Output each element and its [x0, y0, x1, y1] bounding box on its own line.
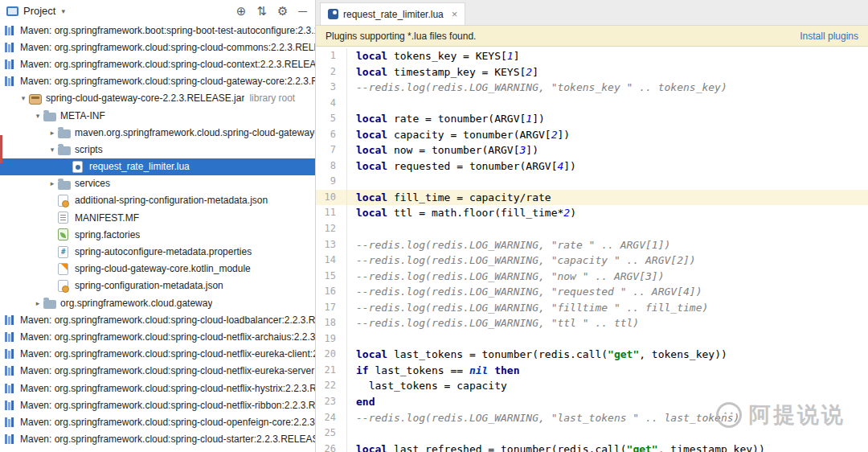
tree-item[interactable]: Maven: org.springframework.cloud:spring-…: [0, 311, 315, 328]
tree-item[interactable]: request_rate_limiter.lua: [0, 158, 315, 175]
chevron-right-icon[interactable]: ▸: [47, 129, 58, 137]
project-panel-header: Project ▾ ⊕⇅⚙─: [0, 0, 315, 22]
line-number[interactable]: 10: [316, 190, 347, 206]
hide-icon[interactable]: ─: [298, 5, 307, 17]
tree-item[interactable]: Maven: org.springframework.cloud:spring-…: [0, 73, 315, 90]
code-line[interactable]: 25: [316, 425, 868, 442]
locate-icon[interactable]: ⊕: [236, 5, 247, 17]
tree-item[interactable]: spring-cloud-gateway-core.kotlin_module: [0, 261, 315, 277]
line-number[interactable]: 22: [316, 378, 347, 394]
tree-item[interactable]: Maven: org.springframework.cloud:spring-…: [0, 431, 315, 448]
line-number[interactable]: 3: [316, 80, 347, 96]
tree-item[interactable]: Maven: org.springframework.cloud:spring-…: [0, 39, 315, 55]
line-text: [347, 174, 356, 190]
code-line[interactable]: 4: [316, 96, 868, 112]
line-number[interactable]: 6: [316, 127, 347, 143]
line-number[interactable]: 13: [316, 237, 347, 253]
code-line[interactable]: 5local rate = tonumber(ARGV[1]): [316, 111, 868, 127]
code-line[interactable]: 14--redis.log(redis.LOG_WARNING, "capaci…: [316, 253, 868, 269]
code-line[interactable]: 1local tokens_key = KEYS[1]: [316, 48, 868, 64]
line-number[interactable]: 18: [316, 315, 347, 331]
line-number[interactable]: 21: [316, 363, 347, 379]
line-number[interactable]: 12: [316, 221, 347, 237]
code-line[interactable]: 17--redis.log(redis.LOG_WARNING, "fillti…: [316, 300, 868, 316]
code-line[interactable]: 8local requested = tonumber(ARGV[4]): [316, 158, 868, 175]
line-number[interactable]: 24: [316, 410, 347, 426]
maven-icon: [3, 347, 16, 360]
tab-request-rate-limiter[interactable]: request_rate_limiter.lua ×: [320, 2, 465, 25]
line-number[interactable]: 2: [316, 64, 347, 80]
tree-item[interactable]: Maven: org.springframework.cloud:spring-…: [0, 328, 315, 345]
tree-item[interactable]: spring-configuration-metadata.json: [0, 277, 315, 294]
tree-item[interactable]: MANIFEST.MF: [0, 209, 315, 226]
line-number[interactable]: 19: [316, 331, 347, 347]
tree-item[interactable]: ▸services: [0, 175, 315, 192]
tree-item[interactable]: ▾scripts: [0, 141, 315, 158]
line-number[interactable]: 17: [316, 300, 347, 316]
code-line[interactable]: 7local now = tonumber(ARGV[3]): [316, 142, 868, 158]
line-number[interactable]: 23: [316, 394, 347, 410]
line-number[interactable]: 1: [316, 48, 347, 64]
tree-item[interactable]: Maven: org.springframework.cloud:spring-…: [0, 413, 315, 430]
tree-item[interactable]: Maven: org.springframework.cloud:spring-…: [0, 363, 315, 380]
line-number[interactable]: 5: [316, 111, 347, 127]
chevron-down-icon[interactable]: ▾: [47, 146, 58, 154]
tree-item[interactable]: Maven: org.springframework.boot:spring-b…: [0, 22, 315, 39]
chevron-down-icon[interactable]: ▾: [61, 7, 65, 15]
code-line[interactable]: 2local timestamp_key = KEYS[2]: [316, 64, 868, 80]
code-line[interactable]: 18--redis.log(redis.LOG_WARNING, "ttl " …: [316, 315, 868, 331]
tree-item[interactable]: spring.factories: [0, 226, 315, 243]
install-plugins-link[interactable]: Install plugins: [800, 31, 858, 42]
tree-item[interactable]: ▸maven.org.springframework.cloud.spring-…: [0, 124, 315, 141]
tree-item[interactable]: ▾spring-cloud-gateway-core-2.2.3.RELEASE…: [0, 90, 315, 107]
line-number[interactable]: 14: [316, 253, 347, 269]
line-number[interactable]: 15: [316, 269, 347, 285]
project-panel-title[interactable]: Project: [23, 5, 55, 17]
tree-item[interactable]: Maven: org.springframework.cloud:spring-…: [0, 397, 315, 413]
code-line[interactable]: 19: [316, 331, 868, 347]
code-line[interactable]: 24--redis.log(redis.LOG_WARNING, "last_t…: [316, 410, 868, 426]
line-number[interactable]: 11: [316, 205, 347, 221]
line-number[interactable]: 4: [316, 96, 347, 112]
code-editor[interactable]: 1local tokens_key = KEYS[1]2local timest…: [316, 47, 868, 452]
tree-item[interactable]: spring-autoconfigure-metadata.properties: [0, 243, 315, 260]
tree-item[interactable]: ▸org.springframework.cloud.gateway: [0, 294, 315, 311]
line-number[interactable]: 9: [316, 174, 347, 190]
collapse-all-icon[interactable]: ⇅: [256, 5, 267, 17]
code-line[interactable]: 11local ttl = math.floor(fill_time*2): [316, 205, 868, 221]
tree-item[interactable]: ▾META-INF: [0, 107, 315, 124]
code-line[interactable]: 26local last_refreshed = tonumber(redis.…: [316, 442, 868, 452]
line-number[interactable]: 25: [316, 425, 347, 442]
settings-icon[interactable]: ⚙: [277, 5, 288, 17]
code-line[interactable]: 22 last_tokens = capacity: [316, 378, 868, 394]
chevron-down-icon[interactable]: ▾: [32, 112, 43, 120]
code-line[interactable]: 9: [316, 174, 868, 190]
code-line[interactable]: 6local capacity = tonumber(ARGV[2]): [316, 127, 868, 143]
maven-icon: [3, 314, 16, 327]
code-line[interactable]: 16--redis.log(redis.LOG_WARNING, "reques…: [316, 284, 868, 300]
chevron-down-icon[interactable]: ▾: [18, 94, 29, 102]
folder-icon: [58, 181, 71, 190]
line-number[interactable]: 26: [316, 442, 347, 452]
tree-item[interactable]: Maven: org.springframework.cloud:spring-…: [0, 380, 315, 397]
code-line[interactable]: 13--redis.log(redis.LOG_WARNING, "rate "…: [316, 237, 868, 253]
chevron-right-icon[interactable]: ▸: [32, 299, 43, 307]
line-number[interactable]: 7: [316, 142, 347, 158]
tree-item[interactable]: Maven: org.springframework.cloud:spring-…: [0, 346, 315, 363]
code-line[interactable]: 3--redis.log(redis.LOG_WARNING, "tokens_…: [316, 80, 868, 96]
tree-item[interactable]: Maven: org.springframework.cloud:spring-…: [0, 55, 315, 72]
close-icon[interactable]: ×: [452, 8, 458, 20]
line-text: --redis.log(redis.LOG_WARNING, "filltime…: [347, 300, 708, 316]
line-number[interactable]: 16: [316, 284, 347, 300]
chevron-right-icon[interactable]: ▸: [47, 179, 58, 187]
line-number[interactable]: 8: [316, 158, 347, 175]
code-line[interactable]: 10local fill_time = capacity/rate: [316, 190, 868, 206]
code-line[interactable]: 23end: [316, 394, 868, 410]
tree-item[interactable]: additional-spring-configuration-metadata…: [0, 192, 315, 209]
code-line[interactable]: 20local last_tokens = tonumber(redis.cal…: [316, 347, 868, 363]
code-line[interactable]: 12: [316, 221, 868, 237]
line-number[interactable]: 20: [316, 347, 347, 363]
maven-icon: [3, 58, 16, 71]
code-line[interactable]: 15--redis.log(redis.LOG_WARNING, "now " …: [316, 269, 868, 285]
code-line[interactable]: 21if last_tokens == nil then: [316, 363, 868, 379]
